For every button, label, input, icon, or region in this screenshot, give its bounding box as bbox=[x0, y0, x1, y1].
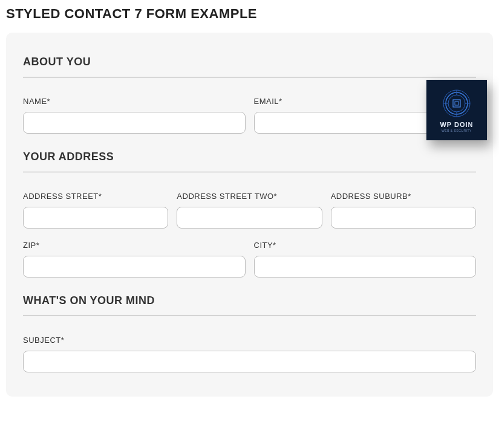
section-divider bbox=[23, 172, 476, 172]
field-city: CITY* bbox=[254, 241, 477, 278]
svg-rect-4 bbox=[455, 102, 458, 105]
svg-rect-3 bbox=[453, 100, 460, 107]
row-address-1: ADDRESS STREET* ADDRESS STREET TWO* ADDR… bbox=[23, 192, 476, 229]
section-heading-address: YOUR ADDRESS bbox=[23, 151, 476, 163]
form-card: WP DOIN WEB & SECURITY ABOUT YOU NAME* E… bbox=[6, 33, 493, 397]
subject-input[interactable] bbox=[23, 351, 476, 372]
svg-point-2 bbox=[448, 95, 465, 112]
row-about: NAME* EMAIL* bbox=[23, 97, 476, 134]
subject-label: SUBJECT* bbox=[23, 336, 476, 345]
section-heading-about: ABOUT YOU bbox=[23, 56, 476, 68]
cpu-circle-icon bbox=[442, 88, 472, 118]
section-divider bbox=[23, 77, 476, 77]
field-street: ADDRESS STREET* bbox=[23, 192, 168, 229]
row-address-2: ZIP* CITY* bbox=[23, 241, 476, 278]
field-name: NAME* bbox=[23, 97, 246, 134]
city-input[interactable] bbox=[254, 256, 477, 278]
section-heading-mind: WHAT'S ON YOUR MIND bbox=[23, 294, 476, 307]
section-divider bbox=[23, 316, 476, 316]
field-street2: ADDRESS STREET TWO* bbox=[177, 192, 322, 229]
logo-subtext: WEB & SECURITY bbox=[442, 129, 472, 132]
field-zip: ZIP* bbox=[23, 241, 246, 278]
street-input[interactable] bbox=[23, 207, 168, 229]
row-subject: SUBJECT* bbox=[23, 336, 476, 372]
name-input[interactable] bbox=[23, 112, 246, 134]
zip-label: ZIP* bbox=[23, 241, 246, 250]
zip-input[interactable] bbox=[23, 256, 246, 278]
street2-input[interactable] bbox=[177, 207, 322, 229]
suburb-label: ADDRESS SUBURB* bbox=[331, 192, 476, 201]
logo-badge: WP DOIN WEB & SECURITY bbox=[426, 80, 487, 140]
street2-label: ADDRESS STREET TWO* bbox=[177, 192, 322, 201]
city-label: CITY* bbox=[254, 241, 477, 250]
field-subject: SUBJECT* bbox=[23, 336, 476, 372]
name-label: NAME* bbox=[23, 97, 246, 106]
suburb-input[interactable] bbox=[331, 207, 476, 229]
field-suburb: ADDRESS SUBURB* bbox=[331, 192, 476, 229]
logo-text: WP DOIN bbox=[440, 121, 473, 128]
svg-point-1 bbox=[446, 93, 468, 114]
page-title: STYLED CONTACT 7 FORM EXAMPLE bbox=[6, 6, 493, 22]
street-label: ADDRESS STREET* bbox=[23, 192, 168, 201]
